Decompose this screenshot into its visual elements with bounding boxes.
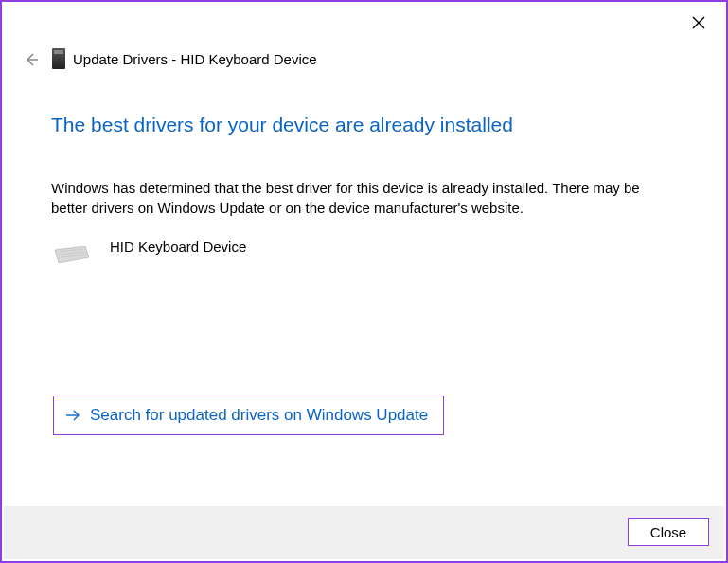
main-heading: The best drivers for your device are alr… [51,114,677,136]
bottom-bar: Close [4,506,724,559]
close-icon[interactable] [692,16,705,29]
device-row: HID Keyboard Device [51,238,677,263]
dialog-title: Update Drivers - HID Keyboard Device [73,51,317,67]
back-arrow-icon[interactable] [23,51,40,68]
windows-update-link-label: Search for updated drivers on Windows Up… [90,406,428,425]
dialog-header: Update Drivers - HID Keyboard Device [52,48,317,69]
body-text: Windows has determined that the best dri… [51,178,657,218]
titlebar: Update Drivers - HID Keyboard Device [2,2,726,73]
device-icon [52,48,65,69]
keyboard-icon [51,246,89,263]
close-button[interactable]: Close [628,518,709,546]
windows-update-link[interactable]: Search for updated drivers on Windows Up… [53,396,444,435]
update-drivers-dialog: Update Drivers - HID Keyboard Device The… [0,0,728,563]
content-area: The best drivers for your device are alr… [51,97,677,263]
device-name-label: HID Keyboard Device [110,238,246,255]
arrow-right-icon [65,408,80,423]
